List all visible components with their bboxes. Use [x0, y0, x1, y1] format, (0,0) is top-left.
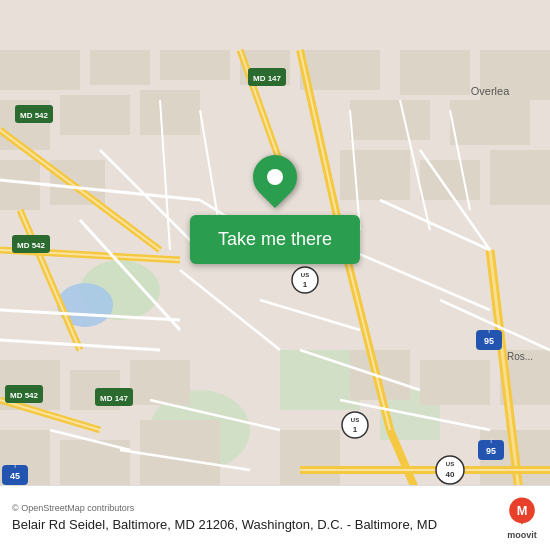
svg-rect-27 [420, 360, 490, 405]
svg-rect-7 [90, 50, 150, 85]
svg-rect-11 [400, 50, 470, 95]
location-pin [253, 155, 297, 199]
svg-rect-25 [130, 360, 190, 405]
moovit-logo: M moovit [506, 496, 538, 540]
svg-rect-15 [140, 90, 200, 135]
svg-text:US: US [351, 417, 359, 423]
svg-rect-6 [0, 50, 80, 90]
svg-rect-18 [0, 160, 40, 210]
svg-text:95: 95 [486, 446, 496, 456]
svg-rect-10 [300, 50, 380, 90]
svg-text:US: US [301, 272, 309, 278]
take-me-there-button[interactable]: Take me there [190, 215, 360, 264]
svg-text:Ros...: Ros... [507, 351, 533, 362]
svg-rect-22 [490, 150, 550, 205]
svg-rect-16 [350, 100, 430, 140]
svg-text:Overlea: Overlea [471, 85, 510, 97]
svg-text:US: US [446, 461, 454, 467]
svg-text:MD 542: MD 542 [17, 241, 46, 250]
svg-text:MD 147: MD 147 [100, 394, 129, 403]
svg-text:MD 542: MD 542 [10, 391, 39, 400]
info-left: © OpenStreetMap contributors Belair Rd S… [12, 503, 437, 534]
map-attribution: © OpenStreetMap contributors [12, 503, 437, 513]
svg-rect-8 [160, 50, 230, 80]
svg-text:1: 1 [303, 280, 308, 289]
svg-rect-17 [450, 100, 530, 145]
info-bar: © OpenStreetMap contributors Belair Rd S… [0, 485, 550, 550]
svg-text:40: 40 [446, 470, 455, 479]
svg-text:M: M [517, 503, 528, 518]
svg-text:1: 1 [353, 425, 358, 434]
svg-text:MD 147: MD 147 [253, 74, 282, 83]
location-address: Belair Rd Seidel, Baltimore, MD 21206, W… [12, 517, 437, 534]
moovit-brand-name: moovit [507, 530, 537, 540]
svg-text:95: 95 [484, 336, 494, 346]
moovit-icon: M [506, 496, 538, 528]
svg-rect-20 [340, 150, 410, 200]
map-container[interactable]: MD 542 MD 542 MD 542 MD 147 MD 147 US 1 … [0, 0, 550, 550]
map-background: MD 542 MD 542 MD 542 MD 147 MD 147 US 1 … [0, 0, 550, 550]
svg-rect-14 [60, 95, 130, 135]
svg-text:MD 542: MD 542 [20, 111, 49, 120]
svg-text:45: 45 [10, 471, 20, 481]
